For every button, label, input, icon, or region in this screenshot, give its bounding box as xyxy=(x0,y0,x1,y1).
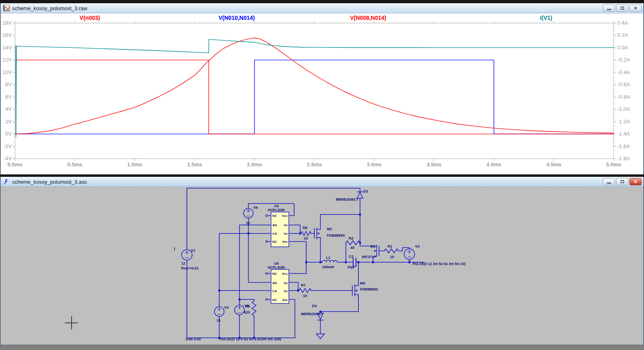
spice-directive-tran[interactable]: .tran 0.02 xyxy=(185,337,201,341)
component-value: 10 xyxy=(390,255,394,259)
component-r1[interactable]: R1 10 xyxy=(384,244,398,259)
y-right-tick-label: -0.8A xyxy=(617,94,630,100)
y-left-tick-label: 6V xyxy=(5,94,12,100)
y-left-tick-label: 18V xyxy=(2,20,12,26)
ground-symbol[interactable] xyxy=(316,334,324,339)
pin-label: Vee xyxy=(282,240,288,244)
component-ref: R1 xyxy=(388,244,392,248)
close-icon: ✕ xyxy=(633,180,637,184)
trace-V(n003)[interactable] xyxy=(15,60,614,134)
component-ref: U4 xyxy=(274,204,279,208)
y-left-tick-label: -4V xyxy=(4,155,12,161)
component-r5[interactable]: R5 620 xyxy=(244,301,256,316)
x-tick-label: 2.0ms xyxy=(247,161,262,168)
y-left-tick-label: 8V xyxy=(5,81,12,87)
y-right-tick-label: 0.0A xyxy=(617,45,628,51)
pin-label: NC xyxy=(272,272,277,276)
y-left-tick-label: 14V xyxy=(2,45,12,51)
close-button[interactable]: ✕ xyxy=(629,178,642,185)
component-m2[interactable]: M2 FDB8899S xyxy=(311,214,345,262)
pin-label: Vo xyxy=(284,281,288,285)
waveform-app-icon xyxy=(3,5,10,11)
x-tick-label: 1.0ms xyxy=(127,161,142,168)
component-ref: V4 xyxy=(224,305,229,310)
close-button[interactable]: ✕ xyxy=(629,4,642,12)
component-ref: R7 xyxy=(301,283,306,287)
component-value: FDB8899S xyxy=(360,287,378,291)
plot-border xyxy=(15,23,614,159)
y-left-tick-label: -2V xyxy=(4,143,12,149)
component-ref: R5 xyxy=(245,304,250,308)
waveform-plot[interactable]: 18V16V14V12V10V8V6V4V2V0V-2V-4V0.4A0.2A0… xyxy=(1,13,643,174)
mdi-background-strip-bottom xyxy=(0,345,644,350)
pin-label: Vo xyxy=(284,232,288,235)
restore-icon xyxy=(621,180,624,183)
pin-label: AN xyxy=(272,281,277,285)
component-value: 10 xyxy=(304,236,308,240)
x-tick-label: 5.0ms xyxy=(606,161,621,168)
component-value: PULSE(0 12 2m 5u 5u 2m 5m 10) xyxy=(413,262,466,266)
legend-V(N008,N014)[interactable]: V(N008,N014) xyxy=(350,15,386,21)
trace-V(N010,N014)[interactable] xyxy=(15,60,614,134)
component-v6[interactable]: V6 15 xyxy=(244,206,258,225)
component-m3[interactable]: M3 FDB8899S xyxy=(352,262,378,312)
minimize-icon xyxy=(607,9,611,10)
x-tick-label: 3.0ms xyxy=(367,161,382,168)
schematic-canvas[interactable]: V1 12 Rser=0.01 I V6 15 U4 HCPL3180 NC A… xyxy=(1,187,643,345)
component-d4[interactable]: D4 MBRB2545CT xyxy=(301,304,324,320)
y-right-tick-label: -1.8A xyxy=(617,155,630,161)
y-right-tick-label: -0.6A xyxy=(617,81,630,87)
component-ref: V6 xyxy=(253,206,258,210)
component-r7[interactable]: R7 10 xyxy=(299,283,311,298)
schematic-app-icon xyxy=(3,178,10,185)
component-c2[interactable]: C2 10µF xyxy=(347,255,356,269)
close-icon: ✕ xyxy=(633,6,637,11)
y-right-tick-label: -1.4A xyxy=(617,131,630,137)
schematic-window-titlebar[interactable]: scheme_kosoy_polumost_3.asc ✕ xyxy=(1,177,643,187)
component-u4[interactable]: U4 HCPL3180 NC AN CA NC Vcc Vo Vo Vee xyxy=(266,204,289,247)
component-r8[interactable]: R8 10 xyxy=(301,226,311,240)
component-value: 15 xyxy=(246,221,250,225)
plot-window-title: scheme_kosoy_polumost_3.raw xyxy=(12,5,87,11)
component-l1[interactable]: L1 100mH xyxy=(322,256,337,269)
legend-V(N010,N014)[interactable]: V(N010,N014) xyxy=(218,15,255,21)
component-m1[interactable]: M1 IRF3717 xyxy=(362,244,384,262)
y-left-tick-label: 12V xyxy=(2,57,12,63)
plot-content: 18V16V14V12V10V8V6V4V2V0V-2V-4V0.4A0.2A0… xyxy=(1,13,643,174)
y-right-tick-label: -1.6A xyxy=(617,143,630,149)
component-ref: V3 xyxy=(415,244,419,248)
legend-I(V1)[interactable]: I(V1) xyxy=(540,15,552,21)
spice-directive-pulse[interactable]: PULSE(0 12 0 5u 5u 1.615m 5m 100) xyxy=(219,337,281,341)
component-ref: R8 xyxy=(303,226,307,230)
restore-icon xyxy=(621,6,624,10)
component-value: 100mH xyxy=(322,265,334,269)
component-v3[interactable]: V3 PULSE(0 12 2m 5u 5u 2m 5m 10) xyxy=(404,244,466,266)
plot-window-titlebar[interactable]: scheme_kosoy_polumost_3.raw ✕ xyxy=(1,3,643,13)
component-value: HCPL3180 xyxy=(268,265,285,269)
x-tick-label: 1.5ms xyxy=(187,161,202,168)
stray-label-i: I xyxy=(174,247,175,251)
component-r2[interactable]: R2 40 xyxy=(346,236,360,250)
legend-V(n003)[interactable]: V(n003) xyxy=(80,15,100,21)
pin-label: AN xyxy=(272,223,277,227)
trace-I(V1)[interactable] xyxy=(15,39,614,137)
x-tick-label: 4.0ms xyxy=(487,161,502,168)
trace-V(N008,N014)[interactable] xyxy=(15,38,614,134)
component-ref: L1 xyxy=(326,256,330,260)
component-param: Rser=0.01 xyxy=(181,266,199,270)
y-left-tick-label: 0V xyxy=(5,131,12,137)
minimize-button[interactable] xyxy=(603,4,615,12)
component-ref: C2 xyxy=(349,255,354,259)
pin-label: Vo xyxy=(284,223,288,227)
pin-label: Vcc xyxy=(282,214,288,218)
minimize-button[interactable] xyxy=(603,178,615,185)
component-v1[interactable]: V1 12 Rser=0.01 xyxy=(181,248,199,270)
component-v4[interactable]: V4 15 xyxy=(214,305,229,322)
schematic-window-title: scheme_kosoy_polumost_3.asc xyxy=(12,179,87,185)
component-value: MBRB2545CT xyxy=(301,312,324,316)
restore-button[interactable] xyxy=(616,178,628,185)
component-ref: V1 xyxy=(191,248,195,252)
component-ref: U5 xyxy=(274,261,279,265)
restore-button[interactable] xyxy=(616,4,628,12)
component-d3[interactable]: D3 MBRB2545CT xyxy=(336,189,368,202)
